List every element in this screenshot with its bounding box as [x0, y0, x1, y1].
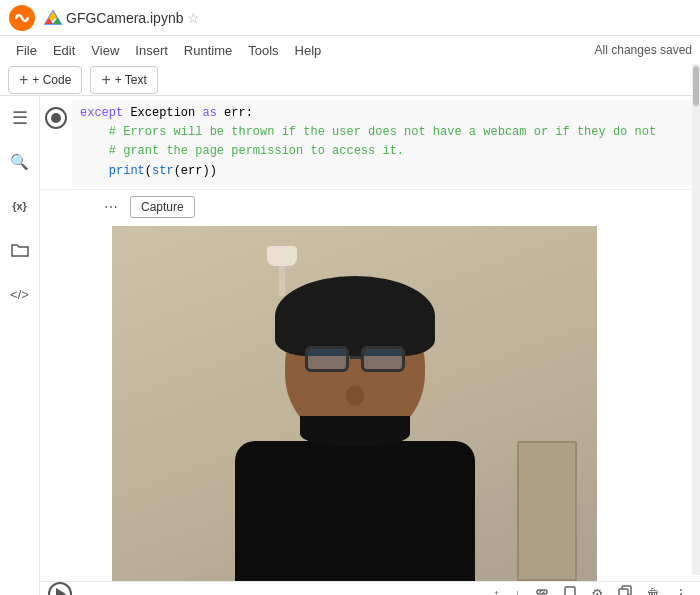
move-down-icon[interactable]: ↓ — [510, 584, 525, 595]
scrollbar[interactable] — [692, 64, 700, 575]
main-area: ☰ 🔍 {x} </> except Exception as err: — [0, 96, 700, 595]
sidebar-search-icon[interactable]: 🔍 — [6, 148, 34, 176]
colab-logo — [8, 4, 36, 32]
cell-input-toolbar: ↑ ↓ ⚙ 🗑 ⋮ — [40, 581, 700, 595]
menu-insert[interactable]: Insert — [127, 41, 176, 60]
copy-icon[interactable] — [614, 583, 636, 595]
save-status: All changes saved — [595, 43, 692, 57]
sidebar-menu-icon[interactable]: ☰ — [6, 104, 34, 132]
sidebar: ☰ 🔍 {x} </> — [0, 96, 40, 595]
sidebar-code-icon[interactable]: </> — [6, 280, 34, 308]
output-cell: ⋯ Capture — [40, 190, 700, 581]
code-content: except Exception as err: # Errors will b… — [72, 100, 700, 185]
toolbar: + + Code + + Text — [0, 64, 700, 96]
menu-view[interactable]: View — [83, 41, 127, 60]
settings-icon[interactable]: ⚙ — [587, 584, 608, 595]
menu-edit[interactable]: Edit — [45, 41, 83, 60]
door-decoration — [517, 441, 577, 581]
more-icon[interactable]: ⋮ — [670, 584, 692, 595]
sidebar-variable-icon[interactable]: {x} — [6, 192, 34, 220]
menu-bar: File Edit View Insert Runtime Tools Help… — [0, 36, 700, 64]
code-cell: except Exception as err: # Errors will b… — [40, 96, 700, 190]
svg-rect-5 — [565, 587, 575, 595]
drive-icon — [44, 9, 62, 27]
square-icon[interactable] — [559, 583, 581, 595]
menu-file[interactable]: File — [8, 41, 45, 60]
add-code-button[interactable]: + + Code — [8, 66, 82, 94]
cell-play-button[interactable] — [48, 582, 72, 595]
scroll-thumb[interactable] — [693, 66, 699, 106]
sidebar-folder-icon[interactable] — [6, 236, 34, 264]
move-up-icon[interactable]: ↑ — [489, 584, 504, 595]
notebook-title[interactable]: GFGCamera.ipynb ☆ — [44, 9, 200, 27]
delete-icon[interactable]: 🗑 — [642, 584, 664, 595]
run-button[interactable] — [40, 102, 72, 134]
menu-help[interactable]: Help — [287, 41, 330, 60]
menu-tools[interactable]: Tools — [240, 41, 286, 60]
svg-rect-7 — [619, 589, 628, 595]
link-icon[interactable] — [531, 583, 553, 595]
content-area: except Exception as err: # Errors will b… — [40, 96, 700, 595]
more-options-icon[interactable]: ⋯ — [104, 199, 118, 215]
menu-runtime[interactable]: Runtime — [176, 41, 240, 60]
webcam-output — [112, 226, 597, 581]
person-silhouette — [225, 261, 485, 581]
star-icon[interactable]: ☆ — [187, 10, 200, 26]
add-text-button[interactable]: + + Text — [90, 66, 157, 94]
top-bar: GFGCamera.ipynb ☆ — [0, 0, 700, 36]
capture-button[interactable]: Capture — [130, 196, 195, 218]
cell-text-input[interactable] — [78, 586, 483, 595]
